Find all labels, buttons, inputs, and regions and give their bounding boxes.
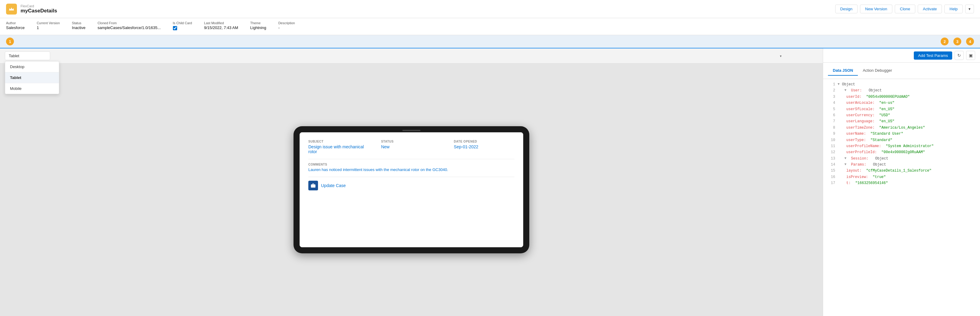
json-line-8: 8 userTimeZone: "America/Los_Angeles" — [828, 125, 975, 131]
status-label: STATUS — [381, 140, 442, 143]
update-case-icon — [308, 181, 318, 190]
meta-current-version: Current Version 1 — [37, 21, 60, 30]
app-header-left: FlexCard myCaseDetails — [6, 4, 57, 14]
meta-bar: Author Salesforce Current Version 1 Stat… — [0, 18, 980, 35]
preview-panel: Desktop Tablet Mobile ▾ Desktop Tablet M… — [0, 48, 823, 316]
meta-author: Author Salesforce — [6, 21, 24, 30]
json-line-13: 13 ▼ Session: Object — [828, 156, 975, 162]
field-status: STATUS New — [381, 140, 442, 154]
right-panel-header: Data JSON Action Debugger — [823, 63, 980, 79]
numbered-bar-left: 1 — [6, 38, 14, 45]
json-line-17: 17 t: "1663256954146" — [828, 180, 975, 186]
meta-theme-label: Theme — [250, 21, 266, 25]
dropdown-item-tablet[interactable]: Tablet — [5, 72, 59, 83]
card-action-row: Update Case — [308, 177, 514, 194]
tablet-frame: SUBJECT Design issue with mechanical rot… — [294, 126, 529, 253]
meta-cloned-label: Cloned From — [98, 21, 161, 25]
field-comments: COMMENTS Lauren has noticed intermittent… — [308, 163, 514, 172]
new-version-button[interactable]: New Version — [860, 5, 892, 13]
json-line-15: 15 layout: "cfMyCaseDetails_1_Salesforce… — [828, 168, 975, 174]
json-line-11: 11 userProfileName: "System Administrato… — [828, 143, 975, 149]
subject-value: Design issue with mechanical rotor — [308, 144, 369, 154]
json-line-9: 9 userName: "Standard User" — [828, 131, 975, 137]
numbered-bar-right: 2 3 4 — [941, 38, 974, 45]
field-date-opened: DATE OPENED Sep-01-2022 — [454, 140, 514, 154]
device-selector[interactable]: Desktop Tablet Mobile — [5, 51, 50, 60]
product-name: FlexCard — [21, 4, 57, 8]
meta-is-child-card: Is Child Card — [173, 21, 192, 30]
step-circle-4[interactable]: 4 — [966, 38, 974, 45]
meta-status: Status Inactive — [72, 21, 86, 30]
meta-last-modified-label: Last Modified — [204, 21, 238, 25]
meta-cloned-from: Cloned From sampleCases/Salesforce/1.0/1… — [98, 21, 161, 30]
json-line-3: 3 userId: "0054x000006EPUdAAO" — [828, 94, 975, 100]
tab-action-debugger[interactable]: Action Debugger — [858, 66, 897, 76]
json-line-6: 6 userCurrency: "USD" — [828, 112, 975, 118]
meta-last-modified: Last Modified 9/15/2022, 7:43 AM — [204, 21, 238, 30]
meta-status-label: Status — [72, 21, 86, 25]
meta-author-label: Author — [6, 21, 24, 25]
json-line-16: 16 isPreview: "true" — [828, 174, 975, 180]
json-line-4: 4 userAnLocale: "en-us" — [828, 100, 975, 106]
refresh-button[interactable]: ↻ — [955, 51, 964, 60]
meta-description-label: Description — [278, 21, 295, 25]
json-line-7: 7 userLanguage: "en_US" — [828, 118, 975, 124]
design-button[interactable]: Design — [835, 5, 858, 13]
comments-label: COMMENTS — [308, 163, 514, 166]
card-divider-1 — [308, 159, 514, 159]
subject-label: SUBJECT — [308, 140, 369, 143]
card-content: SUBJECT Design issue with mechanical rot… — [300, 132, 523, 247]
right-panel-tabs: Data JSON Action Debugger — [828, 66, 897, 76]
json-viewer: 1 ▼ Object 2 ▼ User: Object 3 userId: "0… — [823, 79, 980, 316]
meta-child-card-label: Is Child Card — [173, 21, 192, 25]
app-logo — [6, 4, 17, 14]
meta-last-modified-value: 9/15/2022, 7:43 AM — [204, 26, 238, 30]
clone-button[interactable]: Clone — [895, 5, 915, 13]
dropdown-menu: Desktop Tablet Mobile — [5, 61, 59, 94]
meta-theme: Theme Lightning — [250, 21, 266, 30]
meta-version-value: 1 — [37, 26, 60, 30]
dropdown-item-mobile[interactable]: Mobile — [5, 83, 59, 94]
json-line-10: 10 userType: "Standard" — [828, 137, 975, 143]
card-row-comments: COMMENTS Lauren has noticed intermittent… — [308, 163, 514, 172]
right-panel: Add Test Params ↻ ▣ Data JSON Action Deb… — [823, 48, 980, 316]
meta-description-value: - — [278, 26, 295, 30]
app-header-right: Design New Version Clone Activate Help ▾ — [835, 5, 974, 13]
dropdown-arrow-icon: ▾ — [780, 54, 782, 58]
device-frame-container: SUBJECT Design issue with mechanical rot… — [0, 64, 823, 316]
json-line-1: 1 ▼ Object — [828, 81, 975, 88]
numbered-bar: 1 2 3 4 — [0, 35, 980, 48]
add-test-params-button[interactable]: Add Test Params — [914, 51, 952, 60]
json-line-5: 5 userSfLocale: "en_US" — [828, 106, 975, 112]
meta-version-label: Current Version — [37, 21, 60, 25]
help-button[interactable]: Help — [944, 5, 963, 13]
comments-value: Lauren has noticed intermittent issues w… — [308, 168, 514, 172]
dropdown-item-desktop[interactable]: Desktop — [5, 61, 59, 72]
date-opened-value: Sep-01-2022 — [454, 144, 514, 149]
status-value: New — [381, 144, 442, 149]
json-line-12: 12 userProfileId: "00e4x000002g0RuAAM" — [828, 149, 975, 155]
step-circle-2[interactable]: 2 — [941, 38, 948, 45]
activate-button[interactable]: Activate — [918, 5, 942, 13]
is-child-card-checkbox[interactable] — [173, 26, 177, 30]
card-row-1: SUBJECT Design issue with mechanical rot… — [308, 140, 514, 154]
json-line-2: 2 ▼ User: Object — [828, 88, 975, 94]
meta-theme-value: Lightning — [250, 26, 266, 30]
step-circle-3[interactable]: 3 — [953, 38, 961, 45]
tablet-screen: SUBJECT Design issue with mechanical rot… — [299, 132, 523, 247]
device-dropdown-container: Desktop Tablet Mobile ▾ Desktop Tablet M… — [0, 48, 823, 64]
update-case-link[interactable]: Update Case — [321, 183, 346, 188]
step-circle-1[interactable]: 1 — [6, 38, 14, 45]
card-name: myCaseDetails — [21, 8, 57, 14]
right-panel-actions: Add Test Params ↻ ▣ — [823, 48, 980, 63]
tab-data-json[interactable]: Data JSON — [828, 66, 858, 76]
app-header: FlexCard myCaseDetails Design New Versio… — [0, 0, 980, 18]
meta-cloned-value: sampleCases/Salesforce/1.0/1635... — [98, 26, 161, 30]
date-opened-label: DATE OPENED — [454, 140, 514, 143]
tablet-notch — [402, 130, 420, 131]
header-caret-button[interactable]: ▾ — [965, 5, 974, 13]
meta-status-value: Inactive — [72, 26, 86, 30]
main-layout: Desktop Tablet Mobile ▾ Desktop Tablet M… — [0, 48, 980, 316]
layout-button[interactable]: ▣ — [966, 51, 975, 60]
app-title-block: FlexCard myCaseDetails — [21, 4, 57, 14]
